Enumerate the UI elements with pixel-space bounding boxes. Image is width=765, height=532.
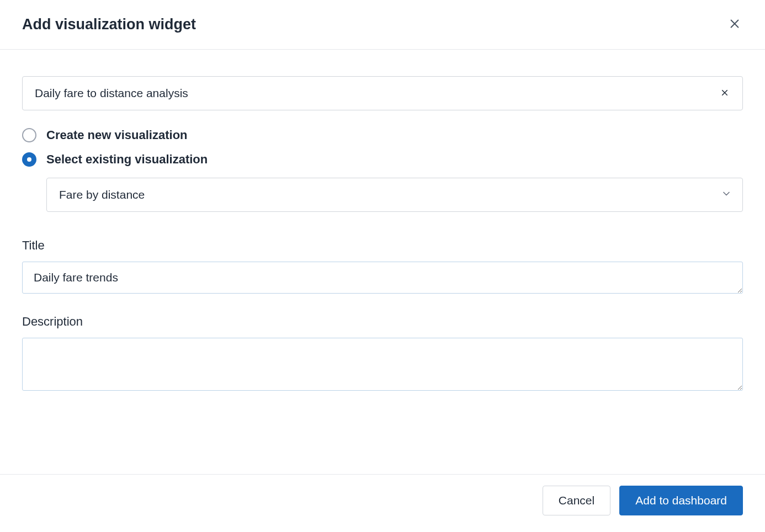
title-input[interactable]: Daily fare trends xyxy=(22,262,743,294)
visualization-select[interactable]: Fare by distance xyxy=(46,178,743,212)
search-clear-button[interactable] xyxy=(718,83,732,103)
search-input[interactable] xyxy=(22,76,743,110)
radio-label: Select existing visualization xyxy=(46,152,208,167)
radio-label: Create new visualization xyxy=(46,128,188,142)
title-label: Title xyxy=(22,238,743,253)
radio-icon xyxy=(22,152,36,167)
description-label: Description xyxy=(22,315,743,329)
add-visualization-dialog: Add visualization widget xyxy=(0,0,765,532)
dialog-footer: Cancel Add to dashboard xyxy=(0,474,765,532)
cancel-button[interactable]: Cancel xyxy=(543,486,610,515)
visualization-source-radio-group: Create new visualization Select existing… xyxy=(22,128,743,167)
title-field-group: Title Daily fare trends xyxy=(22,238,743,296)
visualization-select-wrap: Fare by distance xyxy=(46,178,743,212)
close-button[interactable] xyxy=(726,15,743,34)
radio-select-existing[interactable]: Select existing visualization xyxy=(22,152,743,167)
search-wrap xyxy=(22,76,743,110)
add-to-dashboard-button[interactable]: Add to dashboard xyxy=(619,486,743,515)
close-icon xyxy=(729,18,741,31)
radio-create-new[interactable]: Create new visualization xyxy=(22,128,743,142)
select-value: Fare by distance xyxy=(59,188,145,201)
dialog-header: Add visualization widget xyxy=(0,0,765,50)
clear-icon xyxy=(720,86,730,101)
dialog-title: Add visualization widget xyxy=(22,16,196,33)
description-field-group: Description xyxy=(22,315,743,393)
dialog-body: Create new visualization Select existing… xyxy=(0,50,765,474)
radio-icon xyxy=(22,128,36,142)
description-input[interactable] xyxy=(22,338,743,391)
